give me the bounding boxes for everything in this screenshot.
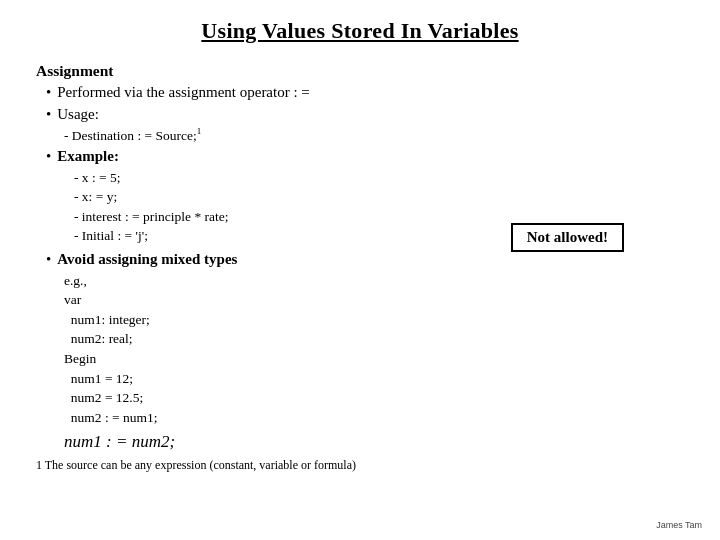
not-allowed-badge: Not allowed! bbox=[511, 223, 624, 252]
bullet-text-example: Example: bbox=[57, 146, 119, 167]
usage-sub-line: - Destination : = Source;1 bbox=[36, 126, 684, 144]
usage-sub-code: - Destination : = Source; bbox=[64, 128, 197, 143]
bullet-text-1: Performed via the assignment operator : … bbox=[57, 82, 310, 103]
avoid-line-4: num2: real; bbox=[64, 329, 684, 349]
bullet-text-2: Usage: bbox=[57, 104, 99, 125]
bullet-symbol-example: • bbox=[46, 146, 51, 167]
avoid-line-1: e.g., bbox=[64, 271, 684, 291]
bullet-symbol-avoid: • bbox=[46, 249, 51, 270]
italic-formula: num1 : = num2; bbox=[36, 432, 684, 452]
example-line-1: - x : = 5; bbox=[74, 168, 684, 188]
page: Using Values Stored In Variables Assignm… bbox=[0, 0, 720, 540]
example-line-2: - x: = y; bbox=[74, 187, 684, 207]
footer-brand: James Tam bbox=[656, 520, 702, 530]
avoid-line-2: var bbox=[64, 290, 684, 310]
bullet-symbol-1: • bbox=[46, 82, 51, 103]
avoid-line-7: num2 = 12.5; bbox=[64, 388, 684, 408]
avoid-bullet-list: • Avoid assigning mixed types bbox=[36, 249, 684, 270]
bullet-text-avoid: Avoid assigning mixed types bbox=[57, 249, 237, 270]
footnote-ref: 1 bbox=[197, 126, 202, 136]
bullet-item-avoid: • Avoid assigning mixed types bbox=[46, 249, 684, 270]
avoid-line-6: num1 = 12; bbox=[64, 369, 684, 389]
bullet-symbol-2: • bbox=[46, 104, 51, 125]
avoid-line-5: Begin bbox=[64, 349, 684, 369]
example-bullet-list: • Example: bbox=[36, 146, 684, 167]
bullet-item-example: • Example: bbox=[46, 146, 684, 167]
avoid-line-8: num2 : = num1; bbox=[64, 408, 684, 428]
section-header: Assignment bbox=[36, 62, 684, 80]
avoid-block: e.g., var num1: integer; num2: real; Beg… bbox=[36, 271, 684, 428]
avoid-line-3: num1: integer; bbox=[64, 310, 684, 330]
bullet-item-1: • Performed via the assignment operator … bbox=[46, 82, 684, 103]
page-title: Using Values Stored In Variables bbox=[36, 18, 684, 44]
footnote-text: 1 The source can be any expression (cons… bbox=[36, 458, 684, 473]
bullet-item-2: • Usage: bbox=[46, 104, 684, 125]
formula-text: num1 : = num2; bbox=[64, 432, 175, 451]
main-bullet-list: • Performed via the assignment operator … bbox=[36, 82, 684, 125]
